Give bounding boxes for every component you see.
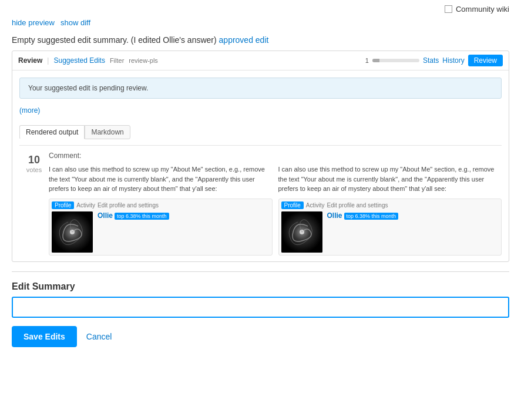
- tab-review-button[interactable]: Review: [468, 55, 503, 66]
- edit-summary-heading: Edit Summary: [12, 281, 509, 292]
- edit-summary-input[interactable]: [12, 297, 509, 318]
- profile-tabs-right: Profile Activity Edit profile and settin…: [281, 201, 499, 209]
- action-buttons: Save Edits Cancel: [12, 326, 509, 347]
- diff-preview-right: Profile Activity Edit profile and settin…: [278, 199, 502, 256]
- tab-rendered-output[interactable]: Rendered output: [19, 125, 85, 139]
- profile-tab-edit-left[interactable]: Edit profile and settings: [98, 202, 159, 209]
- user-badge-right: top 6.38% this month: [344, 213, 399, 220]
- comment-label: Comment:: [49, 152, 502, 160]
- tab-tag[interactable]: review-pls: [129, 57, 158, 64]
- diff-text-left: I can also use this method to screw up m…: [49, 164, 273, 194]
- review-tabs: Review | Suggested Edits Filter review-p…: [12, 51, 509, 70]
- profile-tab-active-left[interactable]: Profile: [52, 201, 74, 209]
- diff-area: 10 votes Comment: I can also use this me…: [19, 145, 502, 256]
- tab-suggested-edits[interactable]: Suggested Edits: [53, 56, 105, 65]
- avatar-left: [52, 211, 93, 253]
- pending-text: Your suggested edit is pending review.: [28, 84, 148, 92]
- profile-tab-active-right[interactable]: Profile: [281, 201, 304, 209]
- progress-count: 1: [365, 57, 369, 64]
- progress-bar-fill: [372, 59, 379, 62]
- tab-review[interactable]: Review: [18, 56, 42, 65]
- vote-label: votes: [26, 166, 42, 173]
- section-divider: [12, 271, 509, 272]
- pending-message: Your suggested edit is pending review.: [19, 78, 502, 99]
- diff-text-right: I can also use this method to screw up m…: [278, 164, 502, 194]
- profile-info-left: Ollie top 6.38% this month: [52, 211, 270, 253]
- profile-info-right: Ollie top 6.38% this month: [281, 211, 499, 253]
- diff-columns: I can also use this method to screw up m…: [49, 164, 502, 256]
- tab-history[interactable]: History: [442, 56, 464, 65]
- profile-tab-activity-right[interactable]: Activity: [306, 202, 325, 209]
- diff-column-left: I can also use this method to screw up m…: [49, 164, 273, 256]
- progress-bar-container: [372, 59, 419, 62]
- avatar-right: [281, 211, 322, 253]
- preview-controls: hide preview show diff: [0, 16, 521, 32]
- tab-stats[interactable]: Stats: [423, 56, 439, 65]
- progress-area: 1 Stats History Review: [365, 55, 503, 66]
- more-link[interactable]: (more): [19, 106, 40, 115]
- community-wiki-checkbox[interactable]: [445, 5, 452, 13]
- edit-summary-section: Edit Summary Save Edits Cancel: [0, 281, 521, 357]
- user-name-right: Ollie: [327, 211, 342, 220]
- user-name-left: Ollie: [98, 211, 113, 220]
- diff-column-right: I can also use this method to screw up m…: [278, 164, 502, 256]
- show-diff-link[interactable]: show diff: [60, 18, 90, 27]
- diff-preview-left: Profile Activity Edit profile and settin…: [49, 199, 273, 256]
- community-wiki-label: Community wiki: [456, 5, 509, 14]
- community-wiki-area: Community wiki: [445, 5, 509, 14]
- edit-summary-notice: Empty suggested edit summary. (I edited …: [0, 32, 521, 51]
- profile-tabs-left: Profile Activity Edit profile and settin…: [52, 201, 270, 209]
- profile-tab-activity-left[interactable]: Activity: [76, 202, 95, 209]
- save-edits-button[interactable]: Save Edits: [12, 326, 77, 347]
- tab-markdown[interactable]: Markdown: [85, 125, 130, 139]
- profile-tab-edit-right[interactable]: Edit profile and settings: [327, 202, 388, 209]
- notice-text: Empty suggested edit summary. (I edited …: [12, 35, 217, 45]
- user-badge-left: top 6.38% this month: [115, 213, 169, 220]
- tab-filter[interactable]: Filter: [110, 57, 124, 64]
- vote-count: 10: [28, 154, 40, 166]
- diff-content-area: Comment: I can also use this method to s…: [49, 152, 502, 256]
- approved-edit-link[interactable]: approved edit: [219, 35, 269, 45]
- user-info-left: Ollie top 6.38% this month: [98, 211, 169, 220]
- vote-area: 10 votes: [19, 152, 49, 256]
- user-info-right: Ollie top 6.38% this month: [327, 211, 399, 220]
- review-box: Review | Suggested Edits Filter review-p…: [12, 51, 509, 262]
- tab-separator: |: [47, 56, 49, 65]
- cancel-button[interactable]: Cancel: [84, 327, 115, 346]
- hide-preview-link[interactable]: hide preview: [12, 18, 55, 27]
- content-tabs: Rendered output Markdown: [19, 125, 502, 139]
- top-bar: Community wiki: [0, 0, 521, 16]
